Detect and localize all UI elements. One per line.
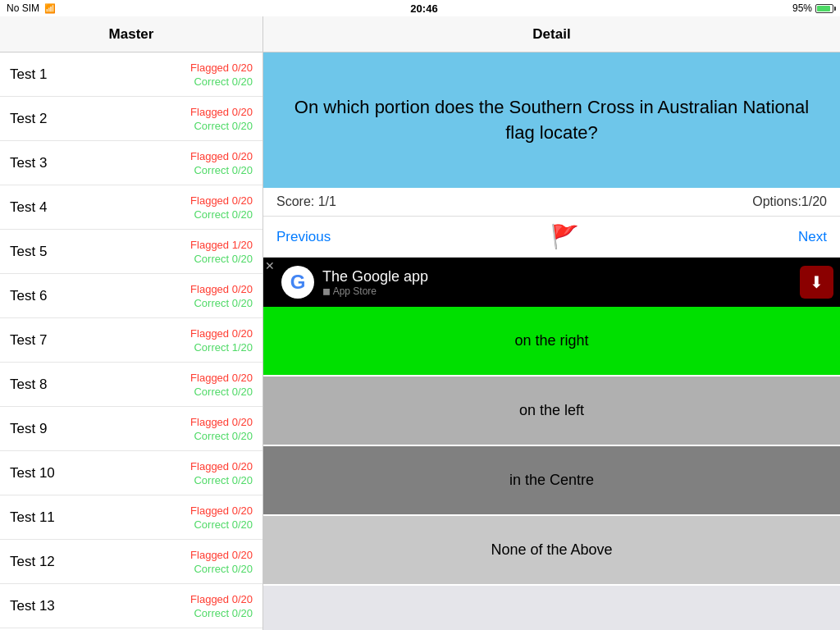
- master-item-2[interactable]: Test 2 Flagged 0/20 Correct 0/20: [0, 97, 262, 141]
- battery-fill: [817, 6, 830, 11]
- ad-subtitle: ◼ App Store: [322, 285, 792, 297]
- correct-stat-3: Correct 0/20: [194, 164, 253, 176]
- answer-text-4: None of the Above: [491, 541, 612, 559]
- master-item-stats-5: Flagged 1/20 Correct 0/20: [190, 239, 253, 265]
- flag-icon: 🚩: [550, 223, 579, 250]
- flagged-stat-8: Flagged 0/20: [190, 372, 253, 384]
- master-item-4[interactable]: Test 4 Flagged 0/20 Correct 0/20: [0, 185, 262, 230]
- status-time: 20:46: [410, 2, 437, 15]
- master-item-12[interactable]: Test 12 Flagged 0/20 Correct 0/20: [0, 540, 262, 584]
- master-item-stats-9: Flagged 0/20 Correct 0/20: [190, 416, 253, 442]
- answer-option-4[interactable]: None of the Above: [263, 516, 840, 586]
- master-item-stats-3: Flagged 0/20 Correct 0/20: [190, 150, 253, 176]
- master-item-7[interactable]: Test 7 Flagged 0/20 Correct 1/20: [0, 318, 262, 363]
- correct-stat-10: Correct 0/20: [194, 474, 253, 486]
- master-item-stats-10: Flagged 0/20 Correct 0/20: [190, 460, 253, 486]
- carrier-text: No SIM: [7, 2, 39, 14]
- content-row: Test 1 Flagged 0/20 Correct 0/20 Test 2 …: [0, 52, 840, 630]
- wifi-icon: 📶: [44, 3, 56, 14]
- flagged-stat-11: Flagged 0/20: [190, 504, 253, 517]
- previous-button[interactable]: Previous: [276, 229, 331, 245]
- master-item-name-9: Test 9: [10, 421, 47, 437]
- question-area: On which portion does the Southern Cross…: [263, 52, 840, 188]
- master-item-11[interactable]: Test 11 Flagged 0/20 Correct 0/20: [0, 495, 262, 540]
- master-item-13[interactable]: Test 13 Flagged 0/20 Correct 0/20: [0, 584, 262, 628]
- master-item-6[interactable]: Test 6 Flagged 0/20 Correct 0/20: [0, 274, 262, 318]
- flagged-stat-4: Flagged 0/20: [190, 194, 253, 207]
- master-item-name-1: Test 1: [10, 66, 47, 83]
- nav-row: Previous 🚩 Next: [263, 217, 840, 258]
- master-item-5[interactable]: Test 5 Flagged 1/20 Correct 0/20: [0, 230, 262, 274]
- detail-header-title: Detail: [263, 16, 840, 52]
- flagged-stat-5: Flagged 1/20: [190, 239, 253, 251]
- question-text: On which portion does the Southern Cross…: [280, 95, 824, 146]
- answer-option-2[interactable]: on the left: [263, 377, 840, 446]
- master-item-stats-8: Flagged 0/20 Correct 0/20: [190, 372, 253, 398]
- correct-stat-5: Correct 0/20: [194, 253, 253, 265]
- master-panel: Test 1 Flagged 0/20 Correct 0/20 Test 2 …: [0, 52, 263, 630]
- master-item-name-2: Test 2: [10, 111, 47, 127]
- answer-option-1[interactable]: on the right: [263, 307, 840, 377]
- flagged-stat-6: Flagged 0/20: [190, 283, 253, 295]
- correct-stat-2: Correct 0/20: [194, 120, 253, 132]
- master-item-name-12: Test 12: [10, 554, 55, 570]
- correct-stat-6: Correct 0/20: [194, 297, 253, 309]
- answer-option-3[interactable]: in the Centre: [263, 446, 840, 516]
- flagged-stat-12: Flagged 0/20: [190, 549, 253, 561]
- detail-panel: On which portion does the Southern Cross…: [263, 52, 840, 630]
- master-item-stats-12: Flagged 0/20 Correct 0/20: [190, 549, 253, 575]
- ad-close-button[interactable]: ✕: [265, 259, 275, 272]
- score-row: Score: 1/1 Options: 1/20: [263, 188, 840, 217]
- ad-banner: ✕ G The Google app ◼ App Store ⬇: [263, 258, 840, 307]
- ad-title: The Google app: [322, 268, 792, 285]
- correct-stat-11: Correct 0/20: [194, 518, 253, 531]
- correct-stat-8: Correct 0/20: [194, 386, 253, 398]
- answer-text-2: on the left: [519, 402, 584, 419]
- master-item-stats-7: Flagged 0/20 Correct 1/20: [190, 327, 253, 354]
- flagged-stat-3: Flagged 0/20: [190, 150, 253, 162]
- answer-text-1: on the right: [514, 332, 588, 349]
- master-item-name-5: Test 5: [10, 244, 47, 260]
- header-row: Master Detail: [0, 16, 840, 52]
- flagged-stat-7: Flagged 0/20: [190, 327, 253, 340]
- master-item-name-4: Test 4: [10, 199, 47, 216]
- master-item-3[interactable]: Test 3 Flagged 0/20 Correct 0/20: [0, 141, 262, 185]
- master-item-name-11: Test 11: [10, 509, 55, 526]
- ad-text-block: The Google app ◼ App Store: [322, 268, 792, 297]
- master-item-stats-11: Flagged 0/20 Correct 0/20: [190, 504, 253, 531]
- next-button[interactable]: Next: [798, 229, 827, 245]
- master-item-1[interactable]: Test 1 Flagged 0/20 Correct 0/20: [0, 52, 262, 97]
- correct-stat-9: Correct 0/20: [194, 430, 253, 442]
- options-label: Options:: [752, 194, 801, 209]
- flagged-stat-13: Flagged 0/20: [190, 593, 253, 605]
- master-header-title: Master: [0, 16, 263, 52]
- battery-icon: [815, 4, 833, 13]
- answer-text-3: in the Centre: [509, 472, 594, 489]
- app-container: Master Detail Test 1 Flagged 0/20 Correc…: [0, 16, 840, 630]
- master-item-name-3: Test 3: [10, 155, 47, 171]
- master-item-stats-2: Flagged 0/20 Correct 0/20: [190, 106, 253, 132]
- master-item-name-10: Test 10: [10, 465, 55, 482]
- ad-download-button[interactable]: ⬇: [800, 266, 833, 299]
- question-count: 1/20: [801, 194, 827, 209]
- correct-stat-1: Correct 0/20: [194, 75, 253, 88]
- correct-stat-4: Correct 0/20: [194, 208, 253, 221]
- master-item-name-6: Test 6: [10, 288, 47, 304]
- status-bar: No SIM 📶 20:46 95%: [0, 0, 840, 16]
- correct-stat-13: Correct 0/20: [194, 607, 253, 619]
- master-item-8[interactable]: Test 8 Flagged 0/20 Correct 0/20: [0, 363, 262, 407]
- status-right: 95%: [792, 2, 833, 14]
- master-item-10[interactable]: Test 10 Flagged 0/20 Correct 0/20: [0, 451, 262, 495]
- battery-percent: 95%: [792, 2, 812, 14]
- master-item-stats-4: Flagged 0/20 Correct 0/20: [190, 194, 253, 221]
- master-item-stats-1: Flagged 0/20 Correct 0/20: [190, 62, 253, 88]
- flagged-stat-10: Flagged 0/20: [190, 460, 253, 472]
- flagged-stat-1: Flagged 0/20: [190, 62, 253, 74]
- score-text: Score: 1/1: [276, 194, 752, 209]
- master-item-name-13: Test 13: [10, 598, 55, 614]
- master-item-name-8: Test 8: [10, 377, 47, 393]
- flagged-stat-9: Flagged 0/20: [190, 416, 253, 428]
- master-item-name-7: Test 7: [10, 332, 47, 349]
- master-item-9[interactable]: Test 9 Flagged 0/20 Correct 0/20: [0, 407, 262, 451]
- flagged-stat-2: Flagged 0/20: [190, 106, 253, 118]
